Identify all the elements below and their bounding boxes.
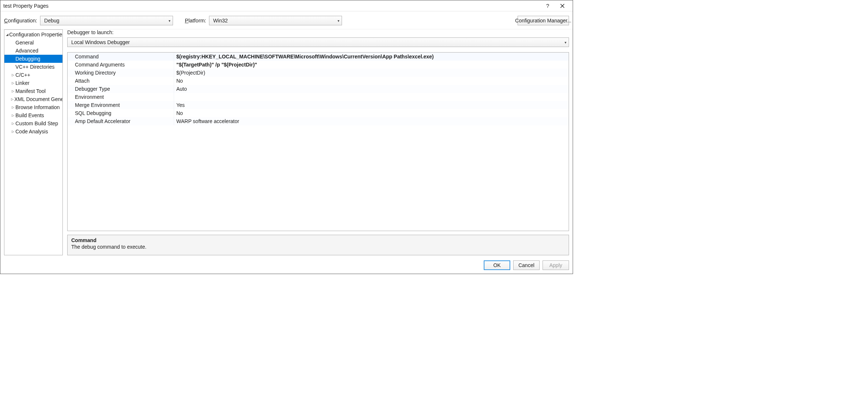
description-box: Command The debug command to execute.	[67, 235, 569, 255]
tree-item-label: Custom Build Step	[15, 120, 58, 126]
chevron-down-icon: ▾	[338, 19, 339, 23]
tree-item-label: General	[15, 40, 34, 46]
debugger-value: Local Windows Debugger	[71, 39, 130, 45]
tree-item[interactable]: VC++ Directories	[4, 63, 62, 71]
expand-icon: ▷	[11, 130, 15, 133]
dialog-buttons: OK Cancel Apply	[0, 258, 573, 274]
expand-icon: ▷	[11, 122, 15, 125]
tree-item[interactable]: Advanced	[4, 47, 62, 55]
property-name: SQL Debugging	[68, 109, 174, 117]
tree-item-label: C/C++	[15, 72, 30, 78]
property-name: Working Directory	[68, 69, 174, 77]
body: ◢ Configuration Properties GeneralAdvanc…	[0, 29, 573, 258]
tree-item[interactable]: Debugging	[4, 55, 62, 63]
property-name: Debugger Type	[68, 85, 174, 93]
property-row[interactable]: Command$(registry:HKEY_LOCAL_MACHINE\SOF…	[68, 53, 569, 61]
property-value[interactable]: Yes	[174, 101, 569, 109]
tree-item-label: Code Analysis	[15, 129, 48, 134]
debugger-combo[interactable]: Local Windows Debugger ▾	[67, 37, 569, 47]
tree-root[interactable]: ◢ Configuration Properties	[4, 30, 62, 39]
property-row[interactable]: Working Directory$(ProjectDir)	[68, 69, 569, 77]
platform-combo[interactable]: Win32 ▾	[209, 16, 342, 25]
chevron-down-icon: ▾	[169, 19, 170, 23]
property-row[interactable]: Amp Default AcceleratorWARP software acc…	[68, 117, 569, 125]
platform-value: Win32	[213, 18, 228, 24]
platform-label: Platform:	[185, 18, 206, 24]
description-text: The debug command to execute.	[71, 244, 565, 250]
close-button[interactable]	[555, 0, 570, 11]
tree-item[interactable]: ▷Custom Build Step	[4, 119, 62, 127]
window-title: test Property Pages	[3, 3, 540, 9]
property-row[interactable]: Debugger TypeAuto	[68, 85, 569, 93]
expand-icon: ▷	[11, 105, 15, 109]
property-row[interactable]: Command Arguments"$(TargetPath)" /p "$(P…	[68, 61, 569, 69]
tree-item[interactable]: ▷C/C++	[4, 71, 62, 79]
property-name: Command	[68, 53, 174, 61]
cancel-button[interactable]: Cancel	[513, 260, 540, 270]
property-pages-dialog: test Property Pages ? Configuration: Deb…	[0, 0, 573, 274]
description-title: Command	[71, 237, 565, 243]
configuration-manager-button[interactable]: Configuration Manager...	[518, 16, 569, 25]
property-grid[interactable]: Command$(registry:HKEY_LOCAL_MACHINE\SOF…	[67, 52, 569, 231]
property-name: Amp Default Accelerator	[68, 117, 174, 125]
tree-item-label: Build Events	[15, 112, 44, 118]
tree-item-label: Debugging	[15, 56, 40, 62]
tree-item-label: XML Document Generator	[14, 96, 63, 102]
property-value[interactable]: Auto	[174, 85, 569, 93]
collapse-icon: ◢	[6, 33, 8, 36]
main-panel: Debugger to launch: Local Windows Debugg…	[67, 29, 569, 255]
tree-item-label: VC++ Directories	[15, 64, 55, 70]
titlebar: test Property Pages ?	[0, 0, 573, 11]
tree-item-label: Linker	[15, 80, 29, 86]
expand-icon: ▷	[11, 81, 15, 85]
property-row[interactable]: Environment	[68, 93, 569, 101]
property-value[interactable]: No	[174, 109, 569, 117]
property-name: Merge Environment	[68, 101, 174, 109]
expand-icon: ▷	[11, 97, 14, 101]
property-value[interactable]: WARP software accelerator	[174, 117, 569, 125]
property-name: Command Arguments	[68, 61, 174, 69]
launcher-label: Debugger to launch:	[67, 29, 569, 35]
configuration-label: Configuration:	[4, 18, 37, 24]
tree-root-label: Configuration Properties	[9, 32, 63, 37]
property-row[interactable]: SQL DebuggingNo	[68, 109, 569, 117]
help-button[interactable]: ?	[540, 0, 555, 11]
property-value[interactable]: "$(TargetPath)" /p "$(ProjectDir)"	[174, 61, 569, 69]
chevron-down-icon: ▾	[565, 40, 566, 44]
property-value[interactable]	[174, 93, 569, 101]
property-name: Attach	[68, 77, 174, 85]
ok-button[interactable]: OK	[484, 260, 510, 270]
expand-icon: ▷	[11, 114, 15, 117]
property-value[interactable]: $(registry:HKEY_LOCAL_MACHINE\SOFTWARE\M…	[174, 53, 569, 61]
close-icon	[560, 4, 565, 8]
config-row: Configuration: Debug ▾ Platform: Win32 ▾…	[0, 11, 573, 29]
tree-item-label: Advanced	[15, 48, 38, 54]
property-row[interactable]: AttachNo	[68, 77, 569, 85]
tree-item[interactable]: ▷XML Document Generator	[4, 95, 62, 103]
property-value[interactable]: $(ProjectDir)	[174, 69, 569, 77]
tree-item-label: Browse Information	[15, 104, 60, 110]
property-name: Environment	[68, 93, 174, 101]
property-row[interactable]: Merge EnvironmentYes	[68, 101, 569, 109]
configuration-combo[interactable]: Debug ▾	[40, 16, 173, 25]
category-tree[interactable]: ◢ Configuration Properties GeneralAdvanc…	[4, 29, 63, 255]
property-value[interactable]: No	[174, 77, 569, 85]
tree-item-label: Manifest Tool	[15, 88, 46, 94]
tree-item[interactable]: General	[4, 39, 62, 47]
expand-icon: ▷	[11, 73, 15, 77]
expand-icon: ▷	[11, 89, 15, 93]
tree-item[interactable]: ▷Build Events	[4, 111, 62, 119]
configuration-value: Debug	[44, 18, 59, 24]
tree-item[interactable]: ▷Manifest Tool	[4, 87, 62, 95]
tree-item[interactable]: ▷Linker	[4, 79, 62, 87]
apply-button[interactable]: Apply	[543, 260, 569, 270]
tree-item[interactable]: ▷Code Analysis	[4, 127, 62, 136]
tree-item[interactable]: ▷Browse Information	[4, 103, 62, 111]
